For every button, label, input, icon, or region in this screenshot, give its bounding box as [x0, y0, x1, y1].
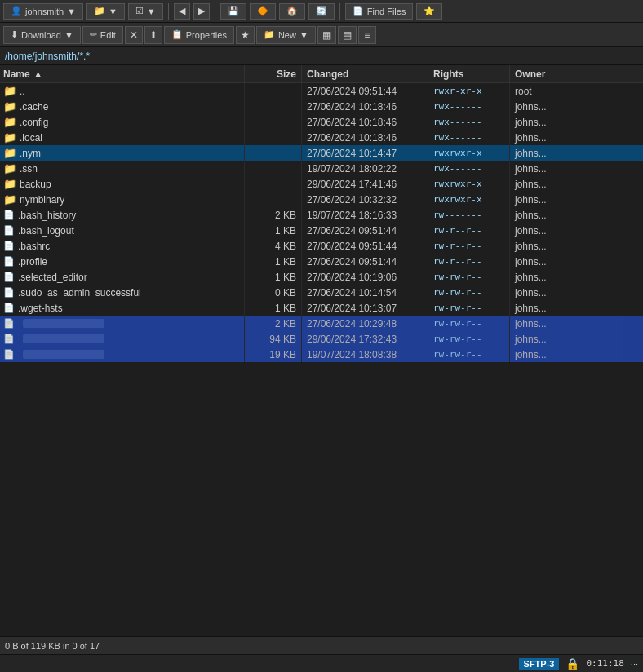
separator1 — [168, 3, 169, 20]
sort-indicator: ▲ — [33, 69, 43, 80]
star-icon: ⭐ — [423, 6, 435, 16]
edit-button[interactable]: ✏ Edit — [82, 26, 123, 44]
file-name: .sudo_as_admin_successful — [18, 287, 141, 298]
cell-name: 📁 .nym — [0, 145, 245, 161]
sort-button[interactable]: ≡ — [358, 26, 376, 44]
cell-owner: johns... — [510, 130, 643, 145]
queue-button[interactable]: ⬆ — [144, 26, 162, 44]
col-header-name[interactable]: Name ▲ — [0, 65, 245, 82]
find-files-label: Find Files — [367, 7, 406, 16]
folder-button[interactable]: 📁 ▼ — [86, 3, 125, 20]
folder-dropdown-icon: ▼ — [109, 7, 118, 16]
list-view-icon: ▤ — [343, 29, 352, 41]
table-row[interactable]: 📄 .profile 1 KB 27/06/2024 09:51:44 rw-r… — [0, 254, 643, 269]
star-button[interactable]: ⭐ — [416, 3, 442, 20]
col-header-size[interactable]: Size — [245, 65, 302, 82]
drive-button[interactable]: 💾 — [220, 3, 246, 20]
table-row[interactable]: 📄 .wget-hsts 1 KB 27/06/2024 10:13:07 rw… — [0, 300, 643, 316]
table-row[interactable]: 📁 .local 27/06/2024 10:18:46 rwx------ j… — [0, 130, 643, 145]
table-row[interactable]: 📄 2 KB 27/06/2024 10:29:48 rw-rw-r-- joh… — [0, 316, 643, 331]
table-row[interactable]: 📄 .bash_history 2 KB 19/07/2024 18:16:33… — [0, 207, 643, 223]
refresh-button[interactable]: 🔄 — [308, 3, 335, 20]
cell-changed: 19/07/2024 18:02:22 — [302, 161, 428, 176]
table-row[interactable]: 📁 .nym 27/06/2024 10:14:47 rwxrwxr-x joh… — [0, 145, 643, 161]
table-row[interactable]: 📁 .. 27/06/2024 09:51:44 rwxr-xr-x root — [0, 83, 643, 99]
col-header-changed[interactable]: Changed — [302, 65, 428, 82]
file-icon: 📄 — [3, 318, 15, 329]
cell-changed: 29/06/2024 17:41:46 — [302, 176, 428, 192]
file-icon: 📄 — [3, 210, 15, 220]
col-header-rights[interactable]: Rights — [428, 65, 510, 82]
folder-icon: 📁 — [3, 178, 16, 190]
cloud-button[interactable]: 🔶 — [250, 3, 276, 20]
cell-rights: rw-rw-r-- — [428, 316, 510, 331]
bookmark-button[interactable]: ★ — [236, 26, 255, 44]
table-row[interactable]: 📄 .sudo_as_admin_successful 0 KB 27/06/2… — [0, 285, 643, 300]
cell-changed: 27/06/2024 10:18:46 — [302, 99, 428, 114]
cell-size: 1 KB — [245, 223, 302, 238]
table-row[interactable]: 📁 .ssh 19/07/2024 18:02:22 rwx------ joh… — [0, 161, 643, 176]
menu-dots-icon: ··· — [631, 659, 638, 669]
file-name: .profile — [18, 256, 47, 267]
cell-size — [245, 130, 302, 145]
folder-icon: 📁 — [3, 131, 16, 144]
table-row[interactable]: 📄 .selected_editor 1 KB 27/06/2024 10:19… — [0, 269, 643, 285]
properties-label: Properties — [186, 30, 227, 40]
table-row[interactable]: 📄 .bashrc 4 KB 27/06/2024 09:51:44 rw-r-… — [0, 238, 643, 254]
table-row[interactable]: 📁 nymbinary 27/06/2024 10:32:32 rwxrwxr-… — [0, 192, 643, 207]
cell-owner: johns... — [510, 331, 643, 347]
col-header-owner[interactable]: Owner — [510, 65, 643, 82]
table-row[interactable]: 📄 19 KB 19/07/2024 18:08:38 rw-rw-r-- jo… — [0, 347, 643, 362]
col-name-label: Name — [3, 69, 30, 80]
delete-button[interactable]: ✕ — [125, 26, 143, 44]
table-row[interactable]: 📄 .bash_logout 1 KB 27/06/2024 09:51:44 … — [0, 223, 643, 238]
cell-name: 📄 .sudo_as_admin_successful — [0, 285, 245, 300]
back-button[interactable]: ◀ — [174, 3, 190, 20]
grid-view-button[interactable]: ▦ — [317, 26, 336, 44]
cell-changed: 27/06/2024 10:14:54 — [302, 285, 428, 300]
table-row[interactable]: 📄 94 KB 29/06/2024 17:32:43 rw-rw-r-- jo… — [0, 331, 643, 347]
cell-owner: johns... — [510, 176, 643, 192]
file-name: .bash_logout — [18, 225, 74, 237]
file-icon: 📄 — [3, 241, 15, 251]
parent-folder-icon: 📁 — [3, 85, 16, 97]
download-label: Download — [21, 30, 61, 40]
find-files-button[interactable]: 📄 Find Files — [345, 3, 414, 20]
fwd-button[interactable]: ▶ — [193, 3, 210, 20]
edit-icon: ✏ — [90, 29, 97, 40]
cell-name: 📄 — [0, 331, 245, 347]
user-button[interactable]: 👤 johnsmith ▼ — [3, 3, 83, 20]
cell-name: 📁 .local — [0, 130, 245, 145]
file-icon: 📄 — [3, 303, 15, 313]
cell-rights: rw-rw-r-- — [428, 300, 510, 316]
download-button[interactable]: ⬇ Download ▼ — [3, 26, 81, 44]
home-button[interactable]: 🏠 — [279, 3, 305, 20]
table-row[interactable]: 📁 .config 27/06/2024 10:18:46 rwx------ … — [0, 114, 643, 130]
cloud-icon: 🔶 — [257, 6, 268, 16]
new-button[interactable]: 📁 New ▼ — [256, 26, 316, 44]
cell-rights: rw------- — [428, 207, 510, 223]
cell-size: 1 KB — [245, 300, 302, 316]
col-rights-label: Rights — [433, 69, 463, 80]
filter-button[interactable]: ☑ ▼ — [128, 3, 163, 20]
cell-size — [245, 99, 302, 114]
file-name: .local — [20, 132, 42, 144]
filter-icon: ☑ — [135, 6, 144, 16]
table-row[interactable]: 📁 backup 29/06/2024 17:41:46 rwxrwxr-x j… — [0, 176, 643, 192]
separator2 — [215, 3, 215, 20]
cell-owner: johns... — [510, 300, 643, 316]
address-bar: /home/johnsmith/*.* — [0, 47, 643, 65]
lock-icon: 🔒 — [565, 657, 579, 670]
cell-rights: rwx------ — [428, 99, 510, 114]
cell-name: 📄 .bashrc — [0, 238, 245, 254]
folder-icon: 📁 — [3, 193, 16, 206]
properties-button[interactable]: 📋 Properties — [164, 26, 234, 44]
file-icon: 📄 — [3, 256, 15, 267]
cell-changed: 27/06/2024 09:51:44 — [302, 83, 428, 99]
cell-owner: johns... — [510, 238, 643, 254]
cell-rights: rw-r--r-- — [428, 223, 510, 238]
table-row[interactable]: 📁 .cache 27/06/2024 10:18:46 rwx------ j… — [0, 99, 643, 114]
list-view-button[interactable]: ▤ — [338, 26, 357, 44]
cell-name: 📄 .wget-hsts — [0, 300, 245, 316]
cell-owner: johns... — [510, 161, 643, 176]
